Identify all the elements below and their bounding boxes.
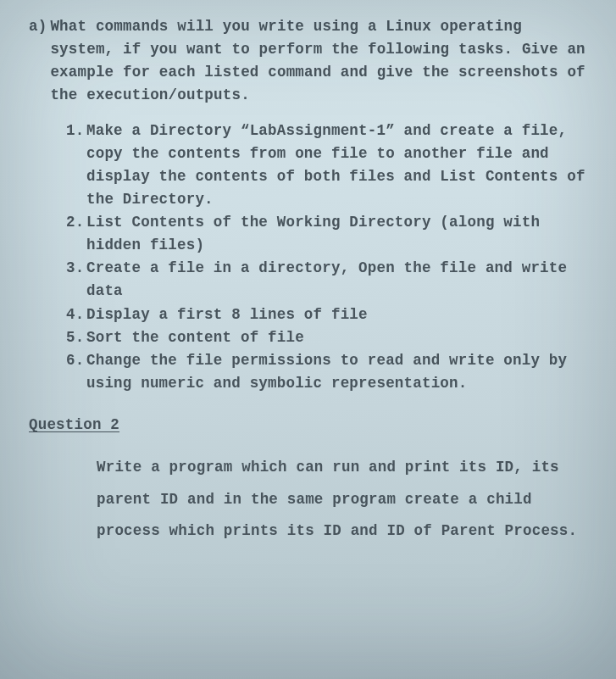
list-item: 2. List Contents of the Working Director…	[66, 211, 592, 257]
item-number: 1.	[66, 120, 86, 212]
part-a-block: a) What commands will you write using a …	[29, 15, 592, 108]
list-item: 1. Make a Directory “LabAssignment-1” an…	[66, 120, 592, 212]
item-text: Display a first 8 lines of file	[86, 303, 592, 326]
item-text: List Contents of the Working Directory (…	[86, 211, 592, 257]
list-item: 4. Display a first 8 lines of file	[66, 303, 592, 326]
numbered-list: 1. Make a Directory “LabAssignment-1” an…	[66, 120, 592, 396]
question-2-heading: Question 2	[29, 414, 592, 437]
item-number: 5.	[66, 326, 86, 349]
part-a-marker: a)	[29, 15, 50, 108]
item-text: Change the file permissions to read and …	[86, 349, 592, 395]
part-a-intro: What commands will you write using a Lin…	[50, 15, 592, 108]
item-text: Make a Directory “LabAssignment-1” and c…	[86, 120, 592, 212]
item-text: Sort the content of file	[86, 326, 592, 349]
question-2-body: Write a program which can run and print …	[97, 452, 585, 548]
item-text: Create a file in a directory, Open the f…	[86, 257, 592, 303]
list-item: 6. Change the file permissions to read a…	[66, 349, 592, 395]
item-number: 3.	[66, 257, 86, 303]
list-item: 3. Create a file in a directory, Open th…	[66, 257, 592, 303]
item-number: 6.	[66, 349, 86, 395]
item-number: 4.	[66, 303, 86, 326]
list-item: 5. Sort the content of file	[66, 326, 592, 349]
item-number: 2.	[66, 211, 86, 257]
